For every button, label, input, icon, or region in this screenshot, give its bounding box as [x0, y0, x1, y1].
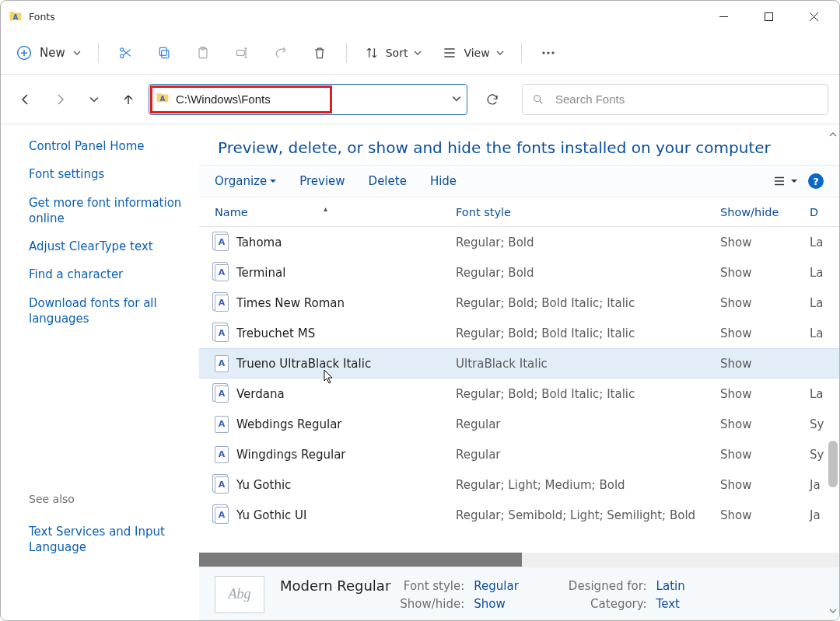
minimize-button[interactable] — [701, 1, 746, 32]
search-input[interactable] — [554, 92, 818, 106]
font-name: Verdana — [236, 387, 285, 401]
vertical-scrollbar[interactable] — [827, 124, 839, 621]
font-row[interactable]: Yu Gothic UIRegular; Semibold; Light; Se… — [199, 500, 839, 530]
svg-point-4 — [121, 48, 124, 51]
svg-point-14 — [534, 95, 541, 101]
back-button[interactable] — [12, 85, 40, 113]
help-button[interactable]: ? — [808, 173, 824, 189]
font-style-cell: Regular; Bold — [456, 235, 720, 249]
paste-button[interactable] — [186, 39, 220, 67]
font-row[interactable]: Trebuchet MSRegular; Bold; Bold Italic; … — [199, 318, 839, 348]
scroll-up-icon[interactable] — [829, 131, 837, 138]
scissors-icon — [117, 45, 133, 61]
scroll-down-icon[interactable] — [829, 607, 837, 615]
search-icon — [532, 93, 544, 106]
show-hide-cell: Show — [720, 235, 810, 249]
sidebar-link[interactable]: Adjust ClearType text — [29, 239, 190, 254]
triangle-down-icon — [270, 178, 276, 184]
font-name: Webdings Regular — [236, 417, 342, 431]
font-preview-tile: Abg — [215, 576, 264, 613]
sort-button[interactable]: Sort — [356, 39, 430, 67]
svg-rect-6 — [159, 47, 166, 55]
new-button[interactable]: New — [9, 39, 89, 67]
svg-text:A: A — [13, 13, 19, 21]
sort-ascending-icon: ▴ — [324, 204, 327, 213]
titlebar: A Fonts — [1, 1, 839, 32]
font-file-icon — [215, 295, 229, 312]
font-row[interactable]: Webdings RegularRegularShowSy — [199, 409, 839, 439]
separator — [98, 43, 99, 63]
separator — [521, 43, 522, 63]
label-category: Category: — [569, 597, 647, 611]
sidebar-link[interactable]: Control Panel Home — [29, 138, 190, 154]
column-show-hide[interactable]: Show/hide — [720, 206, 810, 218]
fonts-app-icon: A — [9, 9, 23, 23]
views-dropdown[interactable] — [772, 174, 797, 188]
preview-button[interactable]: Preview — [299, 174, 345, 188]
horizontal-scrollbar[interactable] — [199, 553, 839, 567]
font-list[interactable]: TahomaRegular; BoldShowLaTerminalRegular… — [199, 227, 839, 553]
font-row[interactable]: Trueno UltraBlack ItalicUltraBlack Itali… — [199, 348, 839, 379]
font-row[interactable]: Times New RomanRegular; Bold; Bold Itali… — [199, 288, 839, 318]
column-font-style[interactable]: Font style — [456, 206, 720, 218]
svg-point-11 — [547, 51, 549, 54]
vscroll-thumb[interactable] — [828, 441, 838, 487]
view-label: View — [464, 47, 489, 59]
font-file-icon — [215, 476, 229, 494]
up-button[interactable] — [114, 85, 142, 113]
svg-text:A: A — [160, 95, 166, 103]
delete-font-button[interactable]: Delete — [369, 174, 407, 188]
label-show-hide: Show/hide: — [400, 597, 464, 611]
delete-button[interactable] — [303, 39, 337, 67]
window-controls — [701, 1, 836, 32]
sort-label: Sort — [386, 47, 408, 59]
sidebar-link[interactable]: Find a character — [29, 267, 190, 282]
font-name: Yu Gothic UI — [236, 508, 307, 522]
sidebar-link[interactable]: Get more font information online — [29, 195, 190, 227]
sidebar-link[interactable]: Download fonts for all languages — [29, 295, 190, 327]
close-button[interactable] — [791, 1, 836, 32]
search-box[interactable] — [522, 84, 828, 115]
font-name: Tahoma — [236, 235, 282, 249]
svg-point-12 — [551, 51, 554, 54]
sidebar: Control Panel HomeFont settingsGet more … — [1, 124, 199, 621]
organize-button[interactable]: Organize — [215, 174, 276, 188]
more-button[interactable] — [531, 39, 565, 67]
copy-button[interactable] — [147, 39, 181, 67]
font-row[interactable]: TahomaRegular; BoldShowLa — [199, 227, 839, 257]
refresh-button[interactable] — [477, 84, 508, 115]
font-style-cell: Regular; Bold; Bold Italic; Italic — [456, 387, 720, 401]
address-history-button[interactable] — [452, 93, 461, 106]
hide-font-button[interactable]: Hide — [430, 174, 457, 188]
font-row[interactable]: VerdanaRegular; Bold; Bold Italic; Itali… — [199, 379, 839, 409]
address-bar[interactable]: A — [149, 84, 467, 115]
maximize-button[interactable] — [746, 1, 791, 32]
font-file-icon — [215, 446, 229, 463]
view-button[interactable]: View — [434, 39, 511, 67]
svg-point-10 — [542, 51, 544, 54]
share-button[interactable] — [264, 39, 298, 67]
font-style-cell: UltraBlack Italic — [456, 357, 720, 371]
forward-button[interactable] — [46, 85, 74, 113]
font-name: Trebuchet MS — [236, 326, 315, 340]
font-row[interactable]: Wingdings RegularRegularShowSy — [199, 439, 839, 469]
chevron-down-icon — [414, 49, 422, 57]
font-row[interactable]: TerminalRegular; BoldShowLa — [199, 257, 839, 288]
window-title: Fonts — [29, 11, 55, 23]
font-row[interactable]: Yu GothicRegular; Light; Medium; BoldSho… — [199, 469, 839, 500]
see-also-link[interactable]: Text Services and Input Language — [29, 524, 190, 556]
label-designed-for: Designed for: — [569, 579, 647, 593]
chevron-down-icon — [73, 49, 81, 57]
hscroll-thumb[interactable] — [199, 553, 522, 567]
font-style-cell: Regular; Light; Medium; Bold — [456, 478, 720, 492]
rename-button[interactable] — [225, 39, 259, 67]
recent-locations-button[interactable] — [80, 85, 108, 113]
address-input[interactable] — [174, 92, 443, 106]
sidebar-link[interactable]: Font settings — [29, 166, 190, 182]
column-name[interactable]: Name▴ — [215, 206, 456, 218]
more-icon — [541, 45, 556, 61]
show-hide-cell: Show — [720, 387, 810, 401]
show-hide-cell: Show — [720, 448, 810, 462]
share-icon — [273, 45, 289, 61]
cut-button[interactable] — [108, 39, 142, 67]
